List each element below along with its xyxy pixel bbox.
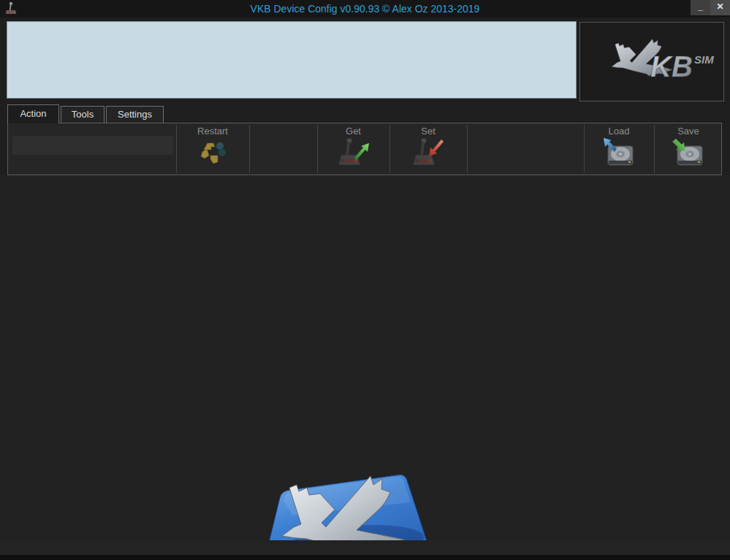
restart-button[interactable]: Restart [177, 123, 248, 174]
get-label: Get [318, 126, 389, 137]
save-button[interactable]: Save [655, 123, 722, 174]
set-label: Set [390, 126, 466, 137]
load-button[interactable]: Load [585, 123, 653, 174]
hdd-load-icon [602, 137, 636, 169]
restart-label: Restart [177, 126, 248, 137]
main-canvas [0, 175, 730, 555]
tab-action[interactable]: Action [7, 104, 59, 123]
device-list[interactable] [7, 21, 577, 99]
minimize-button[interactable]: _ [691, 0, 710, 15]
hdd-save-icon [672, 137, 705, 169]
status-bar [0, 540, 730, 555]
brand-panel: KB SIM [579, 22, 724, 101]
close-button[interactable]: ✕ [710, 0, 730, 15]
tab-settings[interactable]: Settings [106, 106, 164, 123]
get-button[interactable]: Get [318, 123, 389, 174]
window-title: VKB Device Config v0.90.93 © Alex Oz 201… [0, 0, 730, 18]
tab-tools[interactable]: Tools [61, 106, 104, 123]
window-bottom-edge [0, 555, 730, 560]
title-bar: VKB Device Config v0.90.93 © Alex Oz 201… [0, 0, 730, 18]
action-toolbar: Restart Get [7, 123, 722, 175]
vkbsim-logo: KB SIM [580, 23, 723, 101]
load-label: Load [585, 126, 653, 137]
joystick-get-icon [337, 137, 370, 169]
joystick-set-icon [411, 137, 445, 169]
toolbar-separator [467, 125, 468, 173]
app-window: VKB Device Config v0.90.93 © Alex Oz 201… [0, 0, 730, 560]
brand-sim-text: SIM [694, 53, 714, 66]
brand-kb-text: KB [650, 50, 693, 83]
toolbar-separator [249, 125, 250, 173]
window-controls: _ ✕ [691, 0, 730, 15]
device-selector[interactable] [12, 136, 173, 155]
restart-recycle-icon [197, 137, 228, 168]
save-label: Save [655, 126, 722, 137]
set-button[interactable]: Set [390, 123, 466, 174]
